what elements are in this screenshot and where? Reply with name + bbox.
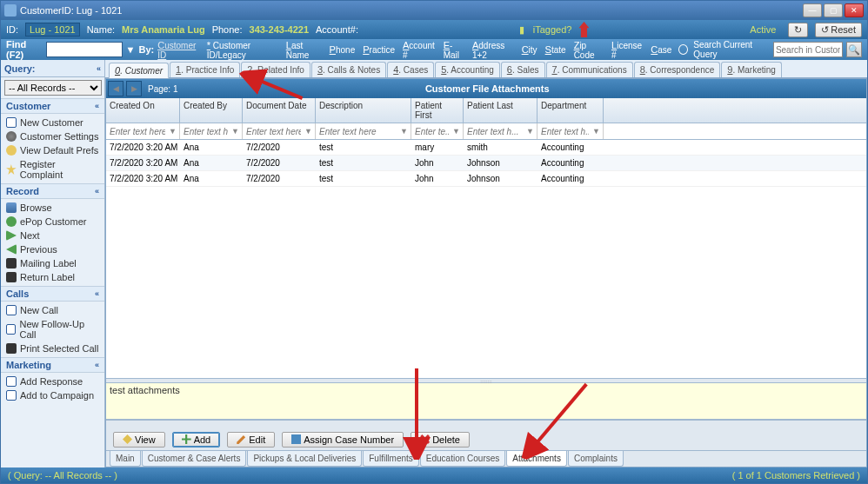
close-button[interactable]: ✕ <box>845 3 864 17</box>
sidebar-item-next[interactable]: Next <box>1 229 104 242</box>
grid-title: Customer File Attachments <box>177 83 797 94</box>
top-tab[interactable]: 3. Calls & Notes <box>311 62 386 77</box>
tagged-label[interactable]: iTagged? <box>533 24 572 35</box>
column-header[interactable]: Created On <box>106 98 180 123</box>
by-link[interactable]: Case <box>651 44 671 55</box>
delete-button[interactable]: Delete <box>411 432 470 448</box>
top-tab[interactable]: 6. Sales <box>501 62 545 77</box>
column-header[interactable]: Description <box>316 98 411 123</box>
by-link[interactable]: Zip Code <box>574 40 604 60</box>
bottom-tab[interactable]: Customer & Case Alerts <box>142 451 247 467</box>
bottom-tab[interactable]: Education Courses <box>420 451 506 467</box>
sidebar-item-print-selected-call[interactable]: Print Selected Call <box>1 341 104 355</box>
column-header[interactable]: Document Date <box>243 98 316 123</box>
filter-input[interactable] <box>182 124 230 138</box>
sidebar-item-return-label[interactable]: Return Label <box>1 270 104 284</box>
column-header[interactable]: Department <box>537 98 604 123</box>
table-row[interactable]: 7/2/2020 3:20 AMAna7/2/2020testJohnJohns… <box>106 156 866 171</box>
sidebar-item-browse[interactable]: Browse <box>1 201 104 215</box>
table-cell: Johnson <box>464 173 537 184</box>
bottom-tab[interactable]: Fulfillments <box>363 451 419 467</box>
by-link[interactable]: Customer ID <box>157 40 199 60</box>
funnel-icon[interactable]: ▼ <box>452 127 461 136</box>
by-link[interactable]: Last Name <box>286 40 322 60</box>
filter-input[interactable] <box>317 124 398 138</box>
top-tab[interactable]: 2. Related Info <box>241 62 310 77</box>
maximize-button[interactable]: ▢ <box>824 3 843 17</box>
column-header[interactable]: Patient Last <box>464 98 537 123</box>
search-query-label[interactable]: Search Current Query <box>693 40 770 59</box>
refresh-button[interactable]: ↻ <box>788 23 808 37</box>
top-tab[interactable]: 9. Marketing <box>721 62 782 77</box>
filter-input[interactable] <box>413 124 451 138</box>
search-in-customer-input[interactable] <box>773 42 843 57</box>
bottom-tab[interactable]: Pickups & Local Deliveries <box>247 451 362 467</box>
top-tab[interactable]: 0. Customer <box>109 63 169 78</box>
panel-calls-head[interactable]: Calls« <box>1 286 104 302</box>
minimize-button[interactable]: — <box>803 3 822 17</box>
query-header[interactable]: Query: « <box>1 60 104 77</box>
sidebar-item-mailing-label[interactable]: Mailing Label <box>1 256 104 270</box>
search-button[interactable]: 🔍 <box>846 42 862 57</box>
sidebar-item-add-response[interactable]: Add Response <box>1 375 104 388</box>
sidebar-item-new-call[interactable]: New Call <box>1 303 104 317</box>
top-tab[interactable]: 5. Accounting <box>435 62 500 77</box>
table-cell: smith <box>464 142 537 153</box>
view-button[interactable]: View <box>113 432 165 448</box>
panel-record-head[interactable]: Record« <box>1 183 104 199</box>
bottom-tab[interactable]: Attachments <box>506 451 567 467</box>
funnel-icon[interactable]: ▼ <box>231 127 240 136</box>
grid-prev-page[interactable]: ◀ <box>108 81 124 96</box>
bottom-tab[interactable]: Main <box>110 451 141 467</box>
panel-customer-head[interactable]: Customer« <box>1 98 104 114</box>
sidebar-item-customer-settings[interactable]: Customer Settings <box>1 129 104 143</box>
assign-case-number-button[interactable]: Assign Case Number <box>282 432 404 448</box>
filter-input[interactable] <box>244 124 303 138</box>
filter-input[interactable] <box>465 124 524 138</box>
by-link[interactable]: * Customer ID/Legacy <box>207 40 278 60</box>
top-tab[interactable]: 1. Practice Info <box>170 62 240 77</box>
id-field[interactable]: Lug - 1021 <box>25 23 80 36</box>
reset-button[interactable]: ↺ Reset <box>815 23 862 37</box>
by-link[interactable]: Address 1+2 <box>472 40 514 60</box>
top-tab[interactable]: 4. Cases <box>387 62 434 77</box>
find-input[interactable] <box>46 42 123 57</box>
funnel-icon[interactable]: ▼ <box>169 127 177 136</box>
funnel-icon[interactable]: ▼ <box>400 127 409 136</box>
top-tab[interactable]: 8. Correspondence <box>634 62 721 77</box>
column-header[interactable]: Created By <box>180 98 243 123</box>
sidebar-item-register-complaint[interactable]: Register Complaint <box>1 157 104 182</box>
funnel-icon[interactable]: ▼ <box>592 127 601 136</box>
browse-icon <box>6 202 17 213</box>
sidebar-item-add-to-campaign[interactable]: Add to Campaign <box>1 388 104 402</box>
filter-input[interactable] <box>539 124 591 138</box>
by-link[interactable]: Account # <box>403 40 436 60</box>
by-link[interactable]: License # <box>611 40 643 60</box>
table-row[interactable]: 7/2/2020 3:20 AMAna7/2/2020testJohnJohns… <box>106 171 866 187</box>
by-link[interactable]: Practice <box>363 44 395 55</box>
by-link[interactable]: State <box>545 44 566 55</box>
query-select[interactable]: -- All Records -- <box>4 80 102 96</box>
funnel-icon[interactable]: ▼ <box>526 127 535 136</box>
panel-marketing-head[interactable]: Marketing« <box>1 357 104 373</box>
sidebar-item-new-customer[interactable]: New Customer <box>1 116 104 129</box>
funnel-icon[interactable]: ▼ <box>304 127 313 136</box>
table-row[interactable]: 7/2/2020 3:20 AMAna7/2/2020testmarysmith… <box>106 140 866 156</box>
column-header[interactable]: Patient First <box>411 98 464 123</box>
bottom-tab[interactable]: Complaints <box>568 451 624 467</box>
edit-button[interactable]: Edit <box>227 432 275 448</box>
pin-icon[interactable] <box>578 22 589 37</box>
sidebar-item-epop-customer[interactable]: ePop Customer <box>1 215 104 229</box>
printer-icon <box>6 272 17 282</box>
notes-area[interactable]: test attachments <box>106 383 866 420</box>
filter-input[interactable] <box>108 124 167 138</box>
sidebar-item-new-followup-call[interactable]: New Follow-Up Call <box>1 317 104 341</box>
top-tab[interactable]: 7. Communications <box>546 62 633 77</box>
by-link[interactable]: E-Mail <box>444 40 464 60</box>
grid-next-page[interactable]: ▶ <box>126 81 142 96</box>
add-button[interactable]: Add <box>172 432 221 448</box>
by-link[interactable]: City <box>522 44 537 55</box>
sidebar-item-previous[interactable]: Previous <box>1 242 104 256</box>
sidebar-item-view-default-prefs[interactable]: View Default Prefs <box>1 143 104 157</box>
by-link[interactable]: Phone <box>330 44 356 55</box>
